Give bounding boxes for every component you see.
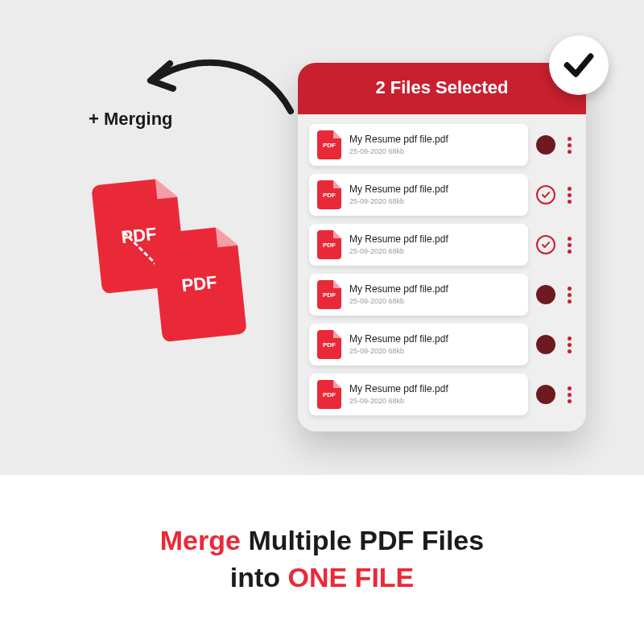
file-meta: 25-09-2020 68kb bbox=[349, 297, 448, 305]
file-name: My Resume pdf file.pdf bbox=[349, 384, 448, 395]
file-card[interactable]: PDFMy Resume pdf file.pdf25-09-2020 68kb bbox=[309, 224, 528, 266]
file-card[interactable]: PDFMy Resume pdf file.pdf25-09-2020 68kb bbox=[309, 374, 528, 415]
check-icon bbox=[561, 47, 597, 83]
tagline-area: Merge Multiple PDF Files into ONE FILE bbox=[0, 475, 644, 644]
file-card[interactable]: PDFMy Resume pdf file.pdf25-09-2020 68kb bbox=[309, 124, 528, 166]
pdf-file-icon: PDF bbox=[317, 380, 341, 409]
more-options-button[interactable] bbox=[564, 287, 575, 303]
file-text: My Resume pdf file.pdf25-09-2020 68kb bbox=[349, 284, 448, 305]
file-meta: 25-09-2020 68kb bbox=[349, 247, 448, 255]
select-toggle[interactable] bbox=[536, 385, 555, 404]
pdf-file-icon: PDF bbox=[317, 130, 341, 159]
more-options-button[interactable] bbox=[564, 137, 575, 154]
pdf-icon-label: PDF bbox=[323, 291, 336, 299]
file-text: My Resume pdf file.pdf25-09-2020 68kb bbox=[349, 384, 448, 405]
file-meta: 25-09-2020 68kb bbox=[349, 347, 448, 355]
tagline-word-onefile: ONE FILE bbox=[287, 562, 414, 592]
pdf-icon-label: PDF bbox=[323, 192, 336, 199]
file-name: My Resume pdf file.pdf bbox=[349, 134, 448, 146]
more-options-button[interactable] bbox=[564, 336, 575, 353]
tagline-word-into: into bbox=[230, 562, 280, 592]
file-meta: 25-09-2020 68kb bbox=[349, 397, 448, 405]
file-selection-panel: 2 Files Selected PDFMy Resume pdf file.p… bbox=[298, 63, 586, 431]
pdf-merge-illustration: PDF PDF bbox=[97, 181, 250, 350]
select-toggle[interactable] bbox=[536, 335, 555, 354]
more-options-button[interactable] bbox=[564, 237, 575, 254]
pdf-file-icon: PDF bbox=[317, 280, 341, 309]
tagline-word-merge: Merge bbox=[160, 525, 241, 555]
file-text: My Resume pdf file.pdf25-09-2020 68kb bbox=[349, 134, 448, 155]
more-options-button[interactable] bbox=[564, 187, 575, 204]
file-row[interactable]: PDFMy Resume pdf file.pdf25-09-2020 68kb bbox=[309, 324, 575, 365]
check-icon bbox=[540, 239, 551, 250]
file-card[interactable]: PDFMy Resume pdf file.pdf25-09-2020 68kb bbox=[309, 174, 528, 216]
pdf-file-icon: PDF bbox=[317, 330, 341, 359]
file-row[interactable]: PDFMy Resume pdf file.pdf25-09-2020 68kb bbox=[309, 174, 575, 216]
select-toggle[interactable] bbox=[536, 285, 555, 304]
file-name: My Resume pdf file.pdf bbox=[349, 334, 448, 345]
check-icon bbox=[540, 189, 551, 200]
tagline-word-middle: Multiple PDF Files bbox=[248, 525, 484, 555]
select-toggle[interactable] bbox=[536, 185, 555, 204]
select-toggle[interactable] bbox=[536, 135, 555, 155]
file-meta: 25-09-2020 68kb bbox=[349, 147, 448, 155]
promo-top-area: + Merging PDF PDF 2 Files Selected PDFMy… bbox=[0, 0, 644, 475]
panel-header: 2 Files Selected bbox=[298, 63, 586, 114]
file-name: My Resume pdf file.pdf bbox=[349, 184, 448, 196]
file-text: My Resume pdf file.pdf25-09-2020 68kb bbox=[349, 234, 448, 255]
confirm-badge[interactable] bbox=[549, 35, 609, 95]
file-name: My Resume pdf file.pdf bbox=[349, 284, 448, 295]
file-list: PDFMy Resume pdf file.pdf25-09-2020 68kb… bbox=[298, 114, 586, 419]
pdf-label: PDF bbox=[180, 271, 217, 295]
file-text: My Resume pdf file.pdf25-09-2020 68kb bbox=[349, 184, 448, 205]
file-meta: 25-09-2020 68kb bbox=[349, 197, 448, 205]
select-toggle[interactable] bbox=[536, 235, 555, 254]
pdf-file-icon: PDF bbox=[317, 180, 341, 209]
pdf-icon-label: PDF bbox=[323, 391, 336, 398]
file-row[interactable]: PDFMy Resume pdf file.pdf25-09-2020 68kb bbox=[309, 224, 575, 266]
file-row[interactable]: PDFMy Resume pdf file.pdf25-09-2020 68kb bbox=[309, 374, 575, 415]
pdf-file-icon: PDF bbox=[317, 230, 341, 259]
file-row[interactable]: PDFMy Resume pdf file.pdf25-09-2020 68kb bbox=[309, 124, 575, 166]
pdf-card-front: PDF bbox=[151, 225, 247, 342]
arrow-icon bbox=[141, 42, 294, 118]
file-card[interactable]: PDFMy Resume pdf file.pdf25-09-2020 68kb bbox=[309, 274, 528, 316]
file-text: My Resume pdf file.pdf25-09-2020 68kb bbox=[349, 334, 448, 355]
pdf-icon-label: PDF bbox=[323, 142, 336, 149]
file-card[interactable]: PDFMy Resume pdf file.pdf25-09-2020 68kb bbox=[309, 324, 528, 365]
tagline-text: Merge Multiple PDF Files into ONE FILE bbox=[160, 522, 484, 597]
file-name: My Resume pdf file.pdf bbox=[349, 234, 448, 246]
pdf-icon-label: PDF bbox=[323, 242, 336, 249]
pdf-icon-label: PDF bbox=[323, 341, 336, 349]
more-options-button[interactable] bbox=[564, 386, 575, 403]
file-row[interactable]: PDFMy Resume pdf file.pdf25-09-2020 68kb bbox=[309, 274, 575, 316]
